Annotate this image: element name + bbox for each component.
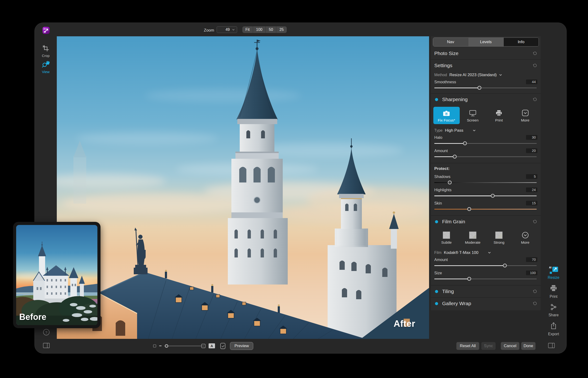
sharpening-mode-print[interactable]: Print: [486, 107, 512, 124]
auto-toggle[interactable]: A: [209, 343, 215, 348]
film-dropdown[interactable]: Kodak® T-Max 100: [444, 250, 478, 255]
film-row: Film Kodak® T-Max 100: [431, 249, 541, 256]
sharpening-mode-fix-focus[interactable]: Fix Focus*: [433, 107, 460, 124]
halo-slider[interactable]: [434, 141, 537, 145]
halo-knob[interactable]: [463, 141, 467, 145]
grain-amount-value[interactable]: 70: [526, 257, 537, 262]
rail-share[interactable]: Share: [548, 304, 559, 317]
highlights-knob[interactable]: [491, 194, 495, 198]
photo-size-header[interactable]: Photo Size: [431, 47, 541, 59]
smoothness-value[interactable]: 44: [526, 80, 537, 84]
grain-size-slider[interactable]: [434, 277, 537, 281]
settings-undo-button[interactable]: [533, 63, 537, 68]
highlights-slider[interactable]: [434, 194, 537, 198]
grain-amount-slider[interactable]: [434, 264, 537, 268]
grain-size-knob[interactable]: [467, 277, 471, 281]
small-square-icon[interactable]: [153, 344, 156, 348]
film-grain-header[interactable]: Film Grain: [431, 216, 541, 228]
grain-preset-moderate[interactable]: Moderate: [460, 229, 486, 246]
crop-tool-label: Crop: [35, 54, 57, 58]
doc-check-icon[interactable]: [220, 343, 226, 349]
smoothness-slider[interactable]: [434, 86, 537, 90]
printer-icon: [495, 109, 502, 117]
rail-export[interactable]: Export: [548, 322, 559, 336]
zoom-fit-button[interactable]: Fit: [242, 26, 253, 33]
highlights-value[interactable]: 24: [526, 188, 537, 192]
canvas-zoom-knob[interactable]: [165, 344, 168, 348]
film-label: Film: [434, 251, 441, 255]
gallery-wrap-undo-button[interactable]: [533, 301, 537, 306]
done-button[interactable]: Done: [521, 342, 535, 350]
chevron-down-icon[interactable]: [473, 130, 476, 132]
type-dropdown[interactable]: High Pass: [445, 128, 463, 133]
photo-size-undo-button[interactable]: [533, 51, 537, 56]
right-panel-toggle[interactable]: [548, 343, 555, 349]
sharpening-undo-button[interactable]: [533, 97, 537, 102]
zoom-level-dropdown[interactable]: 49: [217, 26, 237, 33]
halo-value[interactable]: 30: [526, 135, 537, 140]
method-dropdown[interactable]: Resize AI 2023 (Standard): [449, 73, 497, 77]
shadows-value[interactable]: 5: [526, 174, 537, 179]
zoom-25-button[interactable]: 25: [276, 26, 287, 33]
panel-tabbar: Nav Levels Info: [433, 38, 539, 46]
tab-levels[interactable]: Levels: [468, 38, 503, 46]
tiling-undo-button[interactable]: [533, 289, 537, 294]
zoom-50-button[interactable]: 50: [265, 26, 276, 33]
subtle-label: Subtle: [441, 240, 452, 245]
grain-size-value[interactable]: 100: [526, 270, 537, 275]
skin-value[interactable]: 15: [526, 201, 537, 205]
sharpening-mode-more[interactable]: More: [512, 107, 539, 124]
gallery-wrap-enable-dot[interactable]: [435, 302, 438, 305]
film-grain-enable-dot[interactable]: [435, 220, 438, 223]
grain-amount-knob[interactable]: [503, 264, 507, 268]
chevron-down-icon: [232, 29, 235, 31]
image-canvas[interactable]: After: [57, 36, 429, 339]
sharpening-more-label: More: [521, 118, 529, 122]
skin-slider[interactable]: [434, 207, 537, 211]
sharpening-mode-screen[interactable]: Screen: [460, 107, 486, 124]
help-button[interactable]: ?: [43, 329, 50, 336]
grain-preset-strong[interactable]: Strong: [486, 229, 512, 246]
tiling-header[interactable]: Tiling: [431, 285, 541, 297]
tab-info[interactable]: Info: [503, 38, 539, 46]
chevron-down-icon[interactable]: [499, 74, 502, 76]
tiling-title: Tiling: [442, 289, 533, 294]
tiling-enable-dot[interactable]: [435, 290, 438, 293]
view-tool[interactable]: View: [35, 61, 57, 74]
shadows-slider[interactable]: [434, 181, 537, 184]
skin-knob[interactable]: [467, 207, 471, 211]
zoom-out-icon[interactable]: [159, 346, 161, 346]
settings-title: Settings: [434, 63, 533, 68]
cancel-button[interactable]: Cancel: [501, 342, 519, 350]
film-grain-undo-button[interactable]: [533, 219, 537, 224]
chevron-down-icon[interactable]: [488, 252, 491, 254]
left-panel-toggle[interactable]: [43, 343, 50, 349]
grain-preset-subtle[interactable]: Subtle: [433, 229, 460, 246]
preview-button[interactable]: Preview: [230, 342, 253, 350]
sharpen-amount-knob[interactable]: [453, 155, 457, 159]
sharpening-enable-dot[interactable]: [435, 98, 438, 101]
tab-nav[interactable]: Nav: [433, 38, 468, 46]
canvas-zoom-slider[interactable]: [164, 344, 204, 348]
smoothness-knob[interactable]: [477, 86, 481, 90]
single-view-icon[interactable]: [201, 344, 206, 348]
reset-all-button[interactable]: Reset All: [456, 342, 479, 350]
type-label: Type: [434, 128, 443, 133]
sharpening-header[interactable]: Sharpening: [431, 94, 541, 105]
smoothness-label: Smoothness: [434, 80, 456, 84]
crop-tool[interactable]: Crop: [35, 45, 57, 58]
rail-export-label: Export: [548, 332, 559, 336]
rail-print[interactable]: Print: [550, 285, 558, 299]
grain-preset-more[interactable]: More: [512, 229, 539, 246]
settings-header[interactable]: Settings: [431, 60, 541, 71]
sharpen-amount-slider[interactable]: [434, 155, 537, 159]
sharpen-amount-value[interactable]: 20: [526, 148, 537, 153]
rail-resize[interactable]: AI Resize: [548, 266, 559, 280]
sync-button[interactable]: Sync: [481, 342, 496, 350]
sharpen-amount-label: Amount: [434, 148, 448, 153]
before-thumbnail[interactable]: Before: [13, 222, 100, 328]
zoom-100-button[interactable]: 100: [253, 26, 266, 33]
gallery-wrap-header[interactable]: Gallery Wrap: [431, 297, 541, 310]
rail-share-label: Share: [548, 313, 559, 317]
shadows-knob[interactable]: [448, 181, 452, 184]
